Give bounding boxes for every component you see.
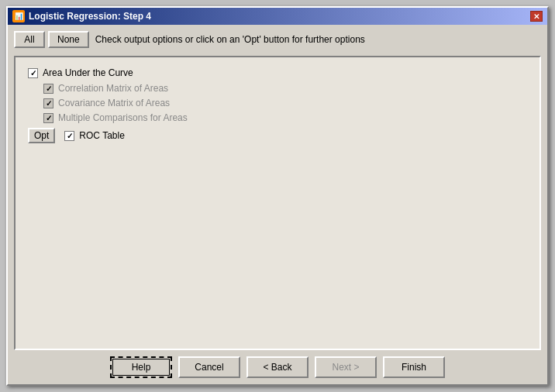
close-button[interactable]: ✕: [530, 11, 543, 22]
area-under-curve-row: Area Under the Curve: [28, 67, 527, 79]
roc-table-label: ROC Table: [79, 130, 124, 141]
none-button[interactable]: None: [48, 31, 89, 48]
window-icon: 📊: [12, 10, 25, 22]
roc-table-checkbox[interactable]: [64, 131, 74, 141]
cancel-button[interactable]: Cancel: [178, 356, 240, 378]
covariance-matrix-row: Covariance Matrix of Areas: [43, 97, 527, 109]
main-window: 📊 Logistic Regression: Step 4 ✕ All None…: [6, 6, 549, 386]
all-button[interactable]: All: [14, 31, 45, 48]
opt-button[interactable]: Opt: [28, 128, 55, 143]
correlation-matrix-row: Correlation Matrix of Areas: [43, 82, 527, 95]
multiple-comparisons-label: Multiple Comparisons for Areas: [58, 112, 188, 123]
roc-table-row: Opt ROC Table: [28, 127, 527, 144]
options-area: Area Under the Curve Correlation Matrix …: [14, 56, 541, 350]
title-bar: 📊 Logistic Regression: Step 4 ✕: [8, 8, 547, 25]
multiple-comparisons-row: Multiple Comparisons for Areas: [43, 112, 527, 124]
next-button[interactable]: Next >: [315, 356, 377, 378]
sub-options: Correlation Matrix of Areas Covariance M…: [43, 82, 527, 124]
area-under-curve-checkbox[interactable]: [28, 68, 38, 78]
correlation-matrix-label: Correlation Matrix of Areas: [58, 83, 168, 94]
multiple-comparisons-checkbox: [43, 113, 53, 123]
instruction-text: Check output options or click on an 'Opt…: [95, 34, 365, 45]
top-bar: All None Check output options or click o…: [14, 31, 541, 48]
covariance-matrix-checkbox: [43, 98, 53, 108]
finish-button[interactable]: Finish: [383, 356, 445, 378]
area-under-curve-label: Area Under the Curve: [43, 67, 133, 78]
bottom-bar: Help Cancel < Back Next > Finish: [14, 350, 541, 378]
spacer: [28, 147, 527, 339]
covariance-matrix-label: Covariance Matrix of Areas: [58, 98, 170, 108]
window-title: Logistic Regression: Step 4: [29, 11, 151, 22]
title-bar-left: 📊 Logistic Regression: Step 4: [12, 10, 151, 22]
help-button[interactable]: Help: [110, 356, 172, 378]
window-content: All None Check output options or click o…: [8, 25, 547, 384]
correlation-matrix-checkbox: [43, 84, 53, 94]
back-button[interactable]: < Back: [246, 356, 309, 378]
